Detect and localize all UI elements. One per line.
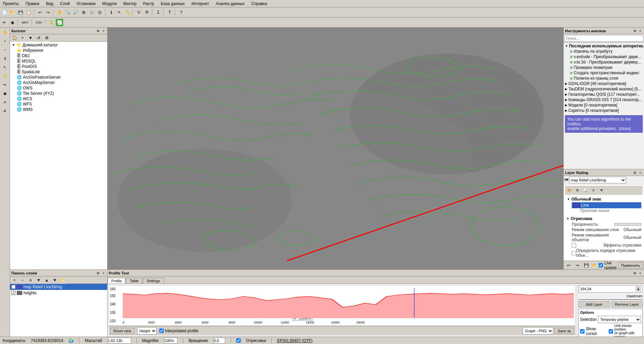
catalog-close-btn[interactable]: × — [101, 29, 106, 33]
link-mouse-check[interactable] — [609, 329, 613, 334]
load-style-btn[interactable]: 📂 — [591, 262, 599, 269]
menu-analysis[interactable]: Анализ данных — [214, 1, 246, 7]
rotation-input[interactable] — [213, 338, 225, 344]
add-layer-btn[interactable]: Add Layer — [578, 301, 610, 307]
effects-checkbox[interactable] — [572, 243, 576, 248]
measure-side-btn[interactable]: 📏 — [1, 72, 9, 80]
sum-btn[interactable]: Σ — [155, 9, 162, 16]
menu-database[interactable]: База данных — [159, 1, 186, 7]
max-expand-btn[interactable]: ▲ — [636, 286, 641, 292]
order-checkbox[interactable] — [572, 251, 576, 255]
live-update-checkbox[interactable] — [599, 263, 603, 267]
catalog-ows[interactable]: 🌐 OWS — [16, 85, 107, 91]
menu-edit[interactable]: Правка — [24, 1, 41, 7]
grass-group[interactable]: ▶ Команды GRASS GIS 7 [314 геоалгор... — [564, 97, 643, 102]
node-btn[interactable]: ◉ — [9, 19, 16, 26]
algo-vextrude[interactable]: ⚙ v.extrude - Преобразовывает двум... — [569, 54, 643, 59]
scale-input[interactable] — [108, 338, 131, 344]
node-side-btn[interactable]: ◉ — [1, 89, 9, 97]
algo-extract[interactable]: ⚙ Извлечь по атрибуту — [569, 49, 643, 54]
style-label-btn[interactable]: A — [574, 186, 581, 194]
catalog-arcgis-map[interactable]: 🌐 ArcGisMapServer — [16, 80, 107, 85]
style-diagram-btn[interactable]: 📊 — [582, 186, 589, 194]
style-fields-btn[interactable]: ≡ — [590, 186, 597, 194]
layers-open-attr-btn[interactable]: ≡ — [27, 276, 34, 284]
algo-vto3d[interactable]: ⚙ v.to.3d - Преобразовывает двумер... — [569, 59, 643, 65]
select-btn[interactable]: ↖ — [116, 9, 123, 16]
reset-view-btn[interactable]: Reset view — [110, 328, 134, 334]
menu-projects[interactable]: Проекты — [1, 1, 20, 7]
analysis-float-btn[interactable]: ⊞ — [633, 29, 637, 33]
transparency-slider[interactable] — [614, 223, 641, 226]
catalog-postgis[interactable]: 🗄 PostGIS — [16, 64, 107, 69]
attr-side-btn[interactable]: ≡ — [1, 98, 9, 106]
analysis-search-input[interactable] — [564, 35, 643, 42]
tab-profile[interactable]: Profile — [108, 278, 125, 284]
map-area[interactable] — [108, 28, 563, 269]
digitize-btn[interactable]: ✏ — [1, 19, 8, 26]
rendering-header[interactable]: ▼ Отрисовка — [566, 216, 641, 222]
new-project-btn[interactable]: 📄 — [1, 9, 8, 16]
layers-filter-btn[interactable]: ▼ — [35, 276, 42, 284]
catalog-tile[interactable]: 🌐 Tile Server (XYZ) — [16, 91, 107, 96]
menu-settings[interactable]: Установки — [75, 1, 97, 7]
menu-vector[interactable]: Вектор — [122, 1, 138, 7]
pan-map-btn[interactable]: ✋ — [1, 28, 9, 36]
graph-format-dropdown[interactable]: Graph - PNG — [523, 327, 553, 335]
catalog-wfs[interactable]: 🌐 WFS — [16, 101, 107, 107]
open-project-btn[interactable]: 📂 — [9, 9, 16, 16]
layer-item-1[interactable]: heights — [10, 290, 107, 296]
interpolated-checkbox[interactable] — [159, 329, 164, 333]
magnifier-input[interactable] — [164, 338, 177, 344]
zoom-in-side-btn[interactable]: + — [1, 37, 9, 45]
zoom-extent-btn[interactable]: ⊞ — [80, 9, 87, 16]
save-project-btn[interactable]: 💾 — [17, 9, 24, 16]
tab-settings[interactable]: Settings — [143, 278, 164, 284]
add-vector-btn[interactable]: V — [135, 9, 143, 16]
style-normal-symbol[interactable]: ▼ Обычный знак — [566, 196, 641, 202]
render-checkbox[interactable] — [236, 338, 241, 343]
styling-layer-dropdown[interactable]: map Relief LineString — [569, 177, 626, 183]
layers-remove-btn[interactable]: − — [19, 276, 26, 284]
text-btn[interactable]: T — [166, 9, 173, 16]
catalog-refresh-btn[interactable]: ↺ — [35, 34, 42, 42]
analysis-close-btn[interactable]: × — [638, 29, 643, 33]
catalog-home-item[interactable]: ▼ 📁 Домашний каталог — [11, 42, 107, 48]
catalog-mssql[interactable]: 🗄 MSSQL — [16, 58, 107, 64]
pan-btn[interactable]: ✋ — [56, 9, 63, 16]
select-side-btn[interactable]: ↖ — [1, 63, 9, 71]
catalog-home-btn[interactable]: 🏠 — [11, 34, 18, 42]
apply-style-btn[interactable]: Применить — [618, 262, 643, 268]
menu-help[interactable]: Справка — [250, 1, 269, 7]
identify-btn[interactable]: ℹ — [108, 9, 115, 16]
menu-internet[interactable]: Интернет — [190, 1, 210, 7]
catalog-filter-btn[interactable]: ▼ — [27, 34, 34, 42]
layers-float-btn[interactable]: ⊞ — [96, 271, 100, 275]
catalog-wcs[interactable]: 🌐 WCS — [16, 96, 107, 101]
layers-close-btn[interactable]: × — [101, 271, 106, 275]
undo-style-btn[interactable]: ↩ — [565, 262, 572, 269]
zoom-layer-btn[interactable]: □ — [88, 9, 95, 16]
algo-polygon-bounds[interactable]: ⚙ Полигон из границ слоя — [569, 76, 643, 81]
python-btn[interactable]: 🐍 — [48, 19, 55, 26]
profile-float-btn[interactable]: ⊞ — [633, 271, 637, 275]
show-cursor-check[interactable] — [580, 329, 585, 334]
height-dropdown[interactable]: Height — [137, 327, 157, 335]
wkt-btn[interactable]: WKT — [20, 19, 30, 26]
catalog-db2[interactable]: 🗄 DB2 — [16, 53, 107, 58]
recent-algorithms-group[interactable]: ▼ Последние используемые алгоритмы — [564, 43, 643, 49]
layer-vis-check-1[interactable] — [11, 291, 15, 295]
menu-layer[interactable]: Слой — [58, 1, 71, 7]
remove-layer-btn[interactable]: Remove Layer — [611, 301, 643, 307]
redo-btn[interactable]: ↪ — [44, 9, 52, 16]
catalog-float-btn[interactable]: ⊞ — [96, 29, 100, 33]
info-close[interactable]: [close] — [619, 126, 631, 131]
catalog-arcgis-feature[interactable]: 🌐 ArcGisFeatureServer — [16, 75, 107, 80]
models-group[interactable]: ▶ Модели [0 геоалгоритмов] — [564, 102, 643, 108]
profile-tool-btn[interactable]: 📈 — [56, 19, 63, 26]
csv-btn[interactable]: CSV — [34, 19, 44, 26]
selection-dropdown[interactable]: Temporary polyline — [598, 316, 641, 323]
menu-view[interactable]: Вид — [45, 1, 55, 7]
qgis-algos-group[interactable]: ▶ Геоалгоритмы QGIS [117 геоалгорит... — [564, 92, 643, 97]
menu-plugins[interactable]: Модули — [101, 1, 118, 7]
